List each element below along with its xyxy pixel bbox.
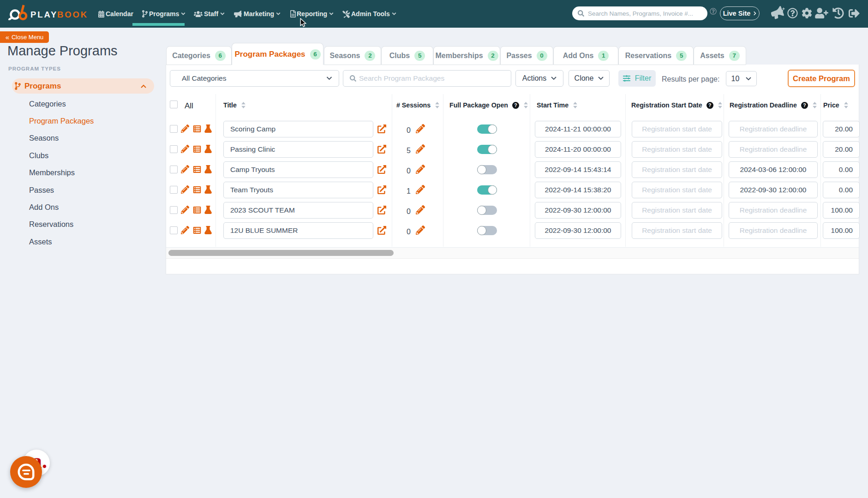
svg-text:BOOK: BOOK bbox=[57, 10, 88, 19]
svg-text:PLAY: PLAY bbox=[30, 10, 58, 19]
